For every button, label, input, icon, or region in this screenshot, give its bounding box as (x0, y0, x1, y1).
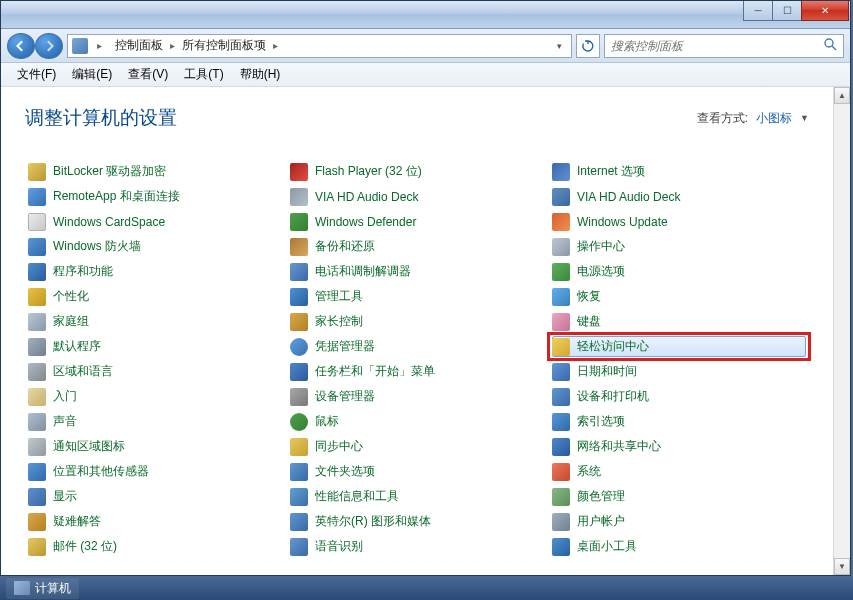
cp-item-desktop-gadgets[interactable]: 桌面小工具 (549, 534, 809, 559)
cp-item-action-center[interactable]: 操作中心 (549, 234, 809, 259)
cp-item-label: 语音识别 (315, 538, 363, 555)
cp-item-system[interactable]: 系统 (549, 459, 809, 484)
nav-forward-button[interactable] (35, 33, 63, 59)
cardspace-icon (28, 213, 46, 231)
cp-item-recovery[interactable]: 恢复 (549, 284, 809, 309)
cp-item-taskbar-start[interactable]: 任务栏和「开始」菜单 (287, 359, 547, 384)
color-management-icon (552, 488, 570, 506)
cp-item-getting-started[interactable]: 入门 (25, 384, 285, 409)
cp-item-label: 设备管理器 (315, 388, 375, 405)
cp-item-mouse[interactable]: 鼠标 (287, 409, 547, 434)
cp-item-via-audio-1[interactable]: VIA HD Audio Deck (287, 184, 547, 209)
breadcrumb-sep-icon: ▸ (94, 40, 105, 51)
cp-item-folder-options[interactable]: 文件夹选项 (287, 459, 547, 484)
display-icon (28, 488, 46, 506)
nav-back-button[interactable] (7, 33, 35, 59)
minimize-button[interactable]: ─ (743, 1, 773, 21)
scroll-track[interactable] (834, 104, 850, 558)
cp-item-cardspace[interactable]: Windows CardSpace (25, 209, 285, 234)
vertical-scrollbar[interactable]: ▲ ▼ (833, 87, 850, 575)
cp-item-mail[interactable]: 邮件 (32 位) (25, 534, 285, 559)
cp-item-label: 显示 (53, 488, 77, 505)
cp-item-sound[interactable]: 声音 (25, 409, 285, 434)
cp-item-location-sensors[interactable]: 位置和其他传感器 (25, 459, 285, 484)
cp-item-programs-features[interactable]: 程序和功能 (25, 259, 285, 284)
user-accounts-icon (552, 513, 570, 531)
search-input[interactable] (611, 39, 823, 53)
defender-icon (290, 213, 308, 231)
cp-item-via-audio-2[interactable]: VIA HD Audio Deck (549, 184, 809, 209)
cp-item-sync-center[interactable]: 同步中心 (287, 434, 547, 459)
menu-edit[interactable]: 编辑(E) (64, 63, 120, 86)
location-sensors-icon (28, 463, 46, 481)
navigation-bar: ▸ 控制面板 ▸ 所有控制面板项 ▸ ▾ (1, 29, 850, 63)
cp-item-network-sharing[interactable]: 网络和共享中心 (549, 434, 809, 459)
close-button[interactable]: ✕ (801, 1, 849, 21)
cp-item-date-time[interactable]: 日期和时间 (549, 359, 809, 384)
taskbar-item-computer[interactable]: 计算机 (6, 578, 79, 599)
search-box[interactable] (604, 34, 844, 58)
menu-help[interactable]: 帮助(H) (232, 63, 289, 86)
cp-item-admin-tools[interactable]: 管理工具 (287, 284, 547, 309)
menu-view[interactable]: 查看(V) (120, 63, 176, 86)
control-panel-window: ─ ☐ ✕ ▸ 控制面板 ▸ 所有控制面板项 ▸ ▾ 文件(F) (0, 0, 851, 576)
cp-item-notification-icons[interactable]: 通知区域图标 (25, 434, 285, 459)
cp-item-label: 家长控制 (315, 313, 363, 330)
cp-item-ease-of-access[interactable]: 轻松访问中心 (549, 334, 809, 359)
cp-item-firewall[interactable]: Windows 防火墙 (25, 234, 285, 259)
cp-item-keyboard[interactable]: 键盘 (549, 309, 809, 334)
menu-tools[interactable]: 工具(T) (176, 63, 231, 86)
cp-item-region-language[interactable]: 区域和语言 (25, 359, 285, 384)
titlebar[interactable]: ─ ☐ ✕ (1, 1, 850, 29)
cp-item-defender[interactable]: Windows Defender (287, 209, 547, 234)
cp-item-label: 程序和功能 (53, 263, 113, 280)
cp-item-personalization[interactable]: 个性化 (25, 284, 285, 309)
cp-item-user-accounts[interactable]: 用户帐户 (549, 509, 809, 534)
menu-file[interactable]: 文件(F) (9, 63, 64, 86)
personalization-icon (28, 288, 46, 306)
search-icon[interactable] (823, 37, 837, 55)
cp-item-bitlocker[interactable]: BitLocker 驱动器加密 (25, 159, 285, 184)
phone-modem-icon (290, 263, 308, 281)
scroll-down-button[interactable]: ▼ (834, 558, 850, 575)
scroll-up-button[interactable]: ▲ (834, 87, 850, 104)
cp-item-flash-player[interactable]: Flash Player (32 位) (287, 159, 547, 184)
cp-item-homegroup[interactable]: 家庭组 (25, 309, 285, 334)
cp-item-label: Windows Update (577, 215, 668, 229)
chevron-down-icon[interactable]: ▼ (800, 113, 809, 123)
maximize-button[interactable]: ☐ (772, 1, 802, 21)
breadcrumb-root[interactable]: 控制面板 (111, 37, 167, 54)
refresh-button[interactable] (576, 34, 600, 58)
via-audio-1-icon (290, 188, 308, 206)
cp-item-power-options[interactable]: 电源选项 (549, 259, 809, 284)
cp-item-parental-controls[interactable]: 家长控制 (287, 309, 547, 334)
cp-item-windows-update[interactable]: Windows Update (549, 209, 809, 234)
cp-item-internet-options[interactable]: Internet 选项 (549, 159, 809, 184)
cp-item-label: 任务栏和「开始」菜单 (315, 363, 435, 380)
cp-item-label: VIA HD Audio Deck (577, 190, 680, 204)
cp-item-color-management[interactable]: 颜色管理 (549, 484, 809, 509)
cp-item-troubleshooting[interactable]: 疑难解答 (25, 509, 285, 534)
cp-item-label: 索引选项 (577, 413, 625, 430)
cp-item-remoteapp[interactable]: RemoteApp 和桌面连接 (25, 184, 285, 209)
cp-item-display[interactable]: 显示 (25, 484, 285, 509)
address-bar[interactable]: ▸ 控制面板 ▸ 所有控制面板项 ▸ ▾ (67, 34, 572, 58)
system-icon (552, 463, 570, 481)
cp-item-speech-recognition[interactable]: 语音识别 (287, 534, 547, 559)
cp-item-indexing-options[interactable]: 索引选项 (549, 409, 809, 434)
network-sharing-icon (552, 438, 570, 456)
cp-item-device-manager[interactable]: 设备管理器 (287, 384, 547, 409)
cp-item-backup-restore[interactable]: 备份和还原 (287, 234, 547, 259)
cp-item-intel-graphics[interactable]: 英特尔(R) 图形和媒体 (287, 509, 547, 534)
cp-item-label: Windows CardSpace (53, 215, 165, 229)
cp-item-label: 轻松访问中心 (577, 338, 649, 355)
mouse-icon (290, 413, 308, 431)
cp-item-performance-info[interactable]: 性能信息和工具 (287, 484, 547, 509)
view-by-value[interactable]: 小图标 (756, 110, 792, 127)
cp-item-phone-modem[interactable]: 电话和调制解调器 (287, 259, 547, 284)
breadcrumb-current[interactable]: 所有控制面板项 (178, 37, 270, 54)
cp-item-default-programs[interactable]: 默认程序 (25, 334, 285, 359)
cp-item-credential-manager[interactable]: 凭据管理器 (287, 334, 547, 359)
address-dropdown-icon[interactable]: ▾ (551, 41, 567, 51)
cp-item-devices-printers[interactable]: 设备和打印机 (549, 384, 809, 409)
